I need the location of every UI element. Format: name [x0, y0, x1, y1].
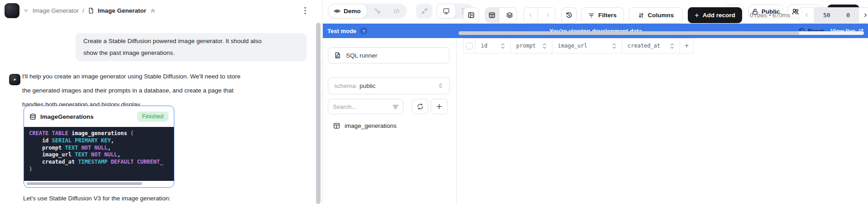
- row-count-status: 0 rows • 670ms: [750, 7, 790, 23]
- schema-select[interactable]: schema: public: [328, 77, 450, 94]
- columns-sliders-icon: [638, 12, 644, 19]
- database-icon: [29, 113, 36, 120]
- sql-task-card-header: ImageGenerations Finished: [24, 106, 174, 127]
- code-view-button[interactable]: [387, 4, 407, 19]
- add-column-button[interactable]: +: [680, 39, 694, 53]
- magic-cursor-button[interactable]: [368, 4, 387, 19]
- banner-left: Test mode ?: [327, 27, 367, 34]
- schema-label: schema:: [334, 83, 357, 89]
- sql-task-card[interactable]: ImageGenerations Finished CREATE TABLE i…: [24, 106, 174, 188]
- search-filter-icon[interactable]: [393, 104, 398, 110]
- chevron-left-icon: [528, 12, 533, 18]
- chat-panel: Image Generator / Image Generator Create…: [0, 0, 314, 204]
- database-sidebar: SQL runner schema: public: [323, 38, 457, 204]
- demo-button[interactable]: Demo: [328, 4, 368, 19]
- layers-view-button[interactable]: [503, 8, 517, 23]
- page-prev-button[interactable]: [799, 8, 814, 23]
- select-all-cell: [464, 39, 475, 53]
- breadcrumb-separator: /: [82, 7, 84, 14]
- grid-scrollbar-thumb[interactable]: [459, 31, 799, 35]
- app-window: Image Generator / Image Generator Create…: [0, 0, 868, 204]
- magic-cursor-icon: [374, 8, 381, 15]
- collapse-viewport-button[interactable]: [416, 4, 432, 19]
- logo-arrow-icon: [12, 77, 18, 83]
- column-label: prompt: [516, 43, 536, 49]
- logo-arrow-icon: [8, 7, 16, 15]
- panel-toggle-button[interactable]: [463, 7, 479, 23]
- sort-icon: [612, 43, 616, 49]
- view-mode-segment: [485, 7, 517, 23]
- table-grid-icon: [489, 12, 495, 19]
- grid-header-columns: idpromptimage_urlcreated_at: [475, 39, 680, 53]
- sort-icon: [670, 43, 674, 49]
- chevron-right-icon: [863, 12, 868, 18]
- select-all-checkbox[interactable]: [466, 43, 473, 49]
- refresh-icon: [417, 103, 423, 110]
- test-mode-label: Test mode: [327, 28, 356, 34]
- plus-glyph: +: [695, 12, 699, 19]
- help-badge[interactable]: ?: [360, 27, 367, 34]
- column-header-prompt[interactable]: prompt: [511, 39, 552, 53]
- table-search-input[interactable]: [333, 103, 390, 110]
- assistant-closing-text: Let's use Stable Diffusion V3 for the im…: [23, 195, 171, 202]
- history-button[interactable]: [561, 7, 577, 23]
- filter-icon: [588, 12, 595, 19]
- schema-value: public: [360, 83, 375, 89]
- add-record-button[interactable]: + Add record: [688, 7, 742, 23]
- collapse-arrows-icon: [421, 8, 428, 15]
- test-mode-banner: Test mode ? You're viewing development d…: [323, 24, 868, 38]
- chat-header: Image Generator / Image Generator: [0, 0, 314, 21]
- demo-label: Demo: [344, 8, 361, 15]
- code-icon: [393, 8, 400, 15]
- grid-horizontal-scrollbar: [459, 31, 864, 35]
- app-logo[interactable]: [5, 3, 19, 18]
- panel-toggle-icon: [468, 12, 475, 19]
- table-list-item[interactable]: image_generations: [323, 120, 456, 132]
- table-search: [328, 99, 403, 114]
- status-badge: Finished: [137, 112, 168, 121]
- breadcrumb-project[interactable]: Image Generator: [33, 7, 79, 14]
- sql-runner-label: SQL runner: [346, 52, 377, 59]
- workspace-chevron-down-icon[interactable]: [23, 8, 29, 14]
- chat-vertical-scrollbar[interactable]: [316, 23, 321, 204]
- layers-icon: [506, 12, 513, 19]
- chat-menu-kebab-icon[interactable]: [300, 5, 311, 16]
- page-size-value[interactable]: 50: [823, 12, 830, 19]
- columns-button[interactable]: Columns: [629, 7, 683, 23]
- table-view-button[interactable]: [485, 8, 499, 23]
- history-icon: [566, 12, 572, 19]
- table-icon: [333, 122, 340, 129]
- record-next-button[interactable]: [542, 8, 555, 23]
- collapse-header-icon[interactable]: [150, 7, 156, 14]
- sql-task-title: ImageGenerations: [40, 113, 94, 120]
- column-header-image_url[interactable]: image_url: [552, 39, 622, 53]
- refresh-tables-button[interactable]: [412, 99, 428, 114]
- column-header-created_at[interactable]: created_at: [622, 39, 680, 53]
- chevron-left-icon: [804, 12, 810, 18]
- tables-list: image_generations: [323, 120, 456, 132]
- page-title[interactable]: Image Generator: [98, 7, 146, 14]
- sort-icon: [542, 43, 547, 49]
- grid-header-row: idpromptimage_urlcreated_at +: [463, 38, 694, 53]
- select-chevrons-icon: [438, 83, 443, 89]
- page-next-button[interactable]: [859, 8, 868, 23]
- columns-label: Columns: [648, 12, 674, 19]
- page-offset-value[interactable]: 0: [846, 12, 850, 19]
- record-nav-segment: [523, 7, 556, 23]
- desktop-view-button[interactable]: [436, 4, 456, 19]
- pagination-control: 50 0: [799, 7, 868, 23]
- page-document-icon: [88, 7, 94, 14]
- eye-icon: [334, 8, 340, 15]
- add-table-button[interactable]: [431, 99, 448, 114]
- column-label: id: [481, 43, 487, 49]
- code-horizontal-scrollbar[interactable]: [27, 182, 142, 185]
- filters-label: Filters: [598, 12, 617, 19]
- chevron-right-icon: [545, 12, 551, 18]
- filters-button[interactable]: Filters: [581, 7, 624, 23]
- mode-segment: Demo: [328, 4, 407, 19]
- record-prev-button[interactable]: [524, 8, 538, 23]
- page-values: 50 0: [814, 8, 859, 23]
- column-header-id[interactable]: id: [475, 39, 511, 53]
- sql-runner-button[interactable]: SQL runner: [328, 47, 450, 63]
- plus-icon: [436, 103, 442, 110]
